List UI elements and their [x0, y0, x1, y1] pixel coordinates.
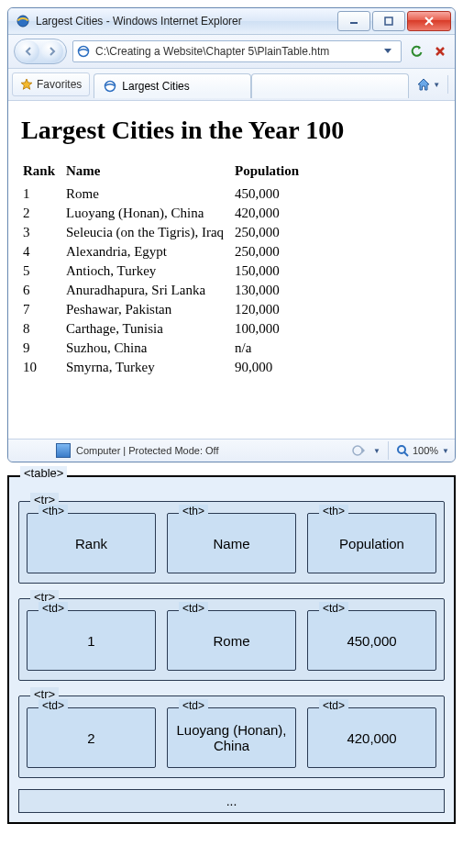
titlebar: Largest Cities - Windows Internet Explor…: [8, 8, 455, 35]
cell-population: 450,000: [233, 184, 308, 204]
security-zone-icon: [56, 443, 71, 458]
zoom-level: 100%: [413, 445, 438, 456]
home-button[interactable]: ▼: [413, 73, 444, 95]
chevron-down-icon: ▼: [442, 447, 449, 455]
diagram-cell-text: 1: [87, 633, 94, 649]
cell-population: 250,000: [233, 223, 308, 242]
table-row: 9Suzhou, Chinan/a: [21, 339, 308, 358]
svg-point-8: [105, 82, 116, 92]
diagram-header-row: <tr> <th>Rank<th>Name<th>Population: [18, 501, 445, 584]
cell-population: 90,000: [233, 358, 308, 377]
svg-point-13: [398, 446, 405, 453]
diagram-th-cell: <th>Population: [307, 513, 436, 573]
status-dropdown-icon[interactable]: [351, 444, 368, 457]
ie-window: Largest Cities - Windows Internet Explor…: [7, 7, 456, 462]
table-row: 10Smyrna, Turkey90,000: [21, 358, 308, 377]
diagram-ellipsis: ...: [18, 789, 445, 813]
diagram-td-cell: <td>450,000: [307, 610, 436, 671]
cell-population: n/a: [233, 339, 308, 358]
forward-button[interactable]: [41, 40, 63, 62]
cell-rank: 1: [21, 184, 64, 204]
tab-strip: Largest Cities: [94, 71, 409, 98]
tab-title: Largest Cities: [122, 80, 189, 93]
diagram-td-label: <td>: [39, 602, 68, 615]
table-row: 8Carthage, Tunisia100,000: [21, 319, 308, 339]
statusbar-divider: [388, 441, 389, 460]
diagram-td-cell: <td>2: [27, 707, 156, 768]
cell-population: 420,000: [233, 204, 308, 223]
svg-line-14: [404, 452, 408, 456]
diagram-td-label: <td>: [179, 602, 208, 615]
nav-arrow-group: [14, 39, 67, 64]
back-button[interactable]: [17, 40, 39, 62]
address-input[interactable]: [94, 44, 375, 59]
cell-name: Anuradhapura, Sri Lanka: [64, 281, 233, 300]
cell-rank: 3: [21, 223, 64, 242]
col-pop: Population: [233, 161, 308, 184]
diagram-th-label: <th>: [39, 505, 68, 517]
home-icon: [416, 78, 431, 91]
cell-rank: 5: [21, 262, 64, 281]
diagram-cell-text: 2: [87, 730, 94, 746]
page-heading: Largest Cities in the Year 100: [21, 116, 442, 145]
address-bar[interactable]: [72, 40, 402, 62]
tab-active[interactable]: Largest Cities: [94, 73, 251, 98]
svg-point-12: [353, 446, 362, 455]
diagram-cell-text: Rome: [213, 633, 249, 649]
table-row: 5Antioch, Turkey150,000: [21, 262, 308, 281]
navigation-bar: [8, 35, 455, 69]
toolbar-divider: [447, 75, 448, 94]
diagram-table-label: <table>: [20, 466, 67, 480]
cell-rank: 6: [21, 281, 64, 300]
table-row: 2Luoyang (Honan), China420,000: [21, 204, 308, 223]
cell-population: 120,000: [233, 300, 308, 319]
svg-point-5: [79, 47, 89, 57]
magnifier-icon: [396, 444, 409, 457]
cell-population: 250,000: [233, 242, 308, 262]
cell-name: Smyrna, Turkey: [64, 358, 233, 377]
favorites-button[interactable]: Favorites: [12, 72, 90, 96]
window-title: Largest Cities - Windows Internet Explor…: [36, 15, 336, 28]
diagram-th-label: <th>: [319, 505, 348, 517]
maximize-button[interactable]: [372, 11, 405, 31]
cell-rank: 4: [21, 242, 64, 262]
diagram-data-row: <tr><td>2<td>Luoyang (Honan), China<td>4…: [18, 696, 445, 778]
diagram-td-cell: <td>Luoyang (Honan), China: [167, 707, 296, 768]
diagram-td-cell: <td>1: [27, 610, 156, 671]
cell-name: Carthage, Tunisia: [64, 319, 233, 339]
new-tab-button[interactable]: [251, 73, 409, 98]
chevron-down-icon[interactable]: ▼: [373, 447, 380, 455]
cell-rank: 9: [21, 339, 64, 358]
zoom-control[interactable]: 100% ▼: [396, 444, 449, 457]
table-row: 1Rome450,000: [21, 184, 308, 204]
cell-rank: 8: [21, 319, 64, 339]
print-button[interactable]: ▼: [452, 73, 456, 95]
diagram-td-label: <td>: [39, 699, 68, 712]
refresh-button[interactable]: [407, 42, 425, 61]
col-name: Name: [64, 161, 233, 184]
diagram-td-label: <td>: [319, 602, 348, 615]
cities-table: Rank Name Population 1Rome450,0002Luoyan…: [21, 161, 308, 377]
close-button[interactable]: [407, 11, 451, 31]
minimize-button[interactable]: [337, 11, 370, 31]
cell-population: 100,000: [233, 319, 308, 339]
favorites-label: Favorites: [37, 78, 82, 91]
cell-name: Luoyang (Honan), China: [64, 204, 233, 223]
diagram-td-cell: <td>Rome: [167, 610, 296, 671]
chevron-down-icon: ▼: [433, 81, 440, 89]
tab-favicon-icon: [104, 80, 116, 93]
table-row: 3Seleucia (on the Tigris), Iraq250,000: [21, 223, 308, 242]
command-group: ▼ ▼ Page ▼: [413, 73, 456, 95]
security-zone-text: Computer | Protected Mode: Off: [76, 445, 219, 456]
cell-name: Antioch, Turkey: [64, 262, 233, 281]
table-row: 7Peshawar, Pakistan120,000: [21, 300, 308, 319]
window-controls: [336, 11, 451, 31]
diagram-cell-text: Population: [339, 536, 404, 551]
cell-population: 130,000: [233, 281, 308, 300]
cell-population: 150,000: [233, 262, 308, 281]
diagram-td-label: <td>: [319, 699, 348, 712]
stop-button[interactable]: [431, 42, 449, 61]
cell-rank: 7: [21, 300, 64, 319]
address-dropdown-icon[interactable]: [379, 42, 397, 61]
status-bar: Computer | Protected Mode: Off ▼ 100%: [8, 439, 455, 462]
